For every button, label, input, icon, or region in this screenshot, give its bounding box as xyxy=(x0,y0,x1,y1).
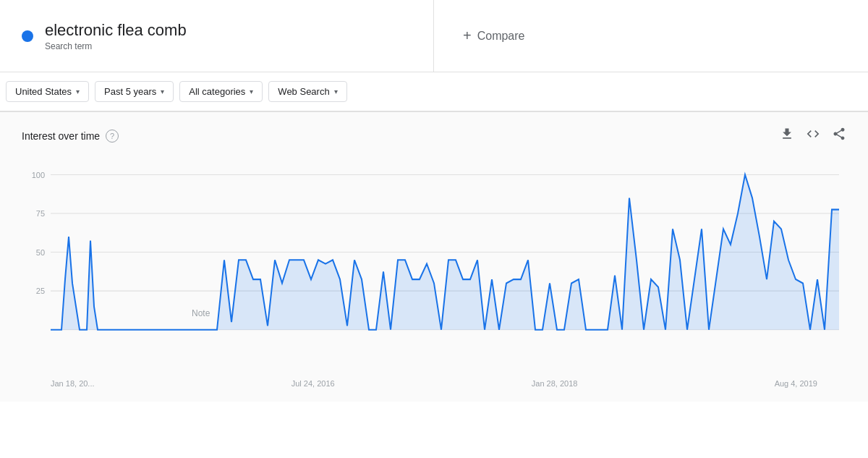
download-button[interactable] xyxy=(780,127,794,145)
svg-text:100: 100 xyxy=(32,170,45,179)
x-label-1: Jul 24, 2016 xyxy=(292,379,335,388)
filters-bar: United States ▾ Past 5 years ▾ All categ… xyxy=(0,72,868,112)
x-label-0: Jan 18, 20... xyxy=(51,379,95,388)
chart-actions xyxy=(780,127,846,145)
category-filter[interactable]: All categories ▾ xyxy=(179,81,263,102)
compare-plus-icon: + xyxy=(463,27,472,44)
embed-button[interactable] xyxy=(806,127,820,145)
search-type-filter[interactable]: Web Search ▾ xyxy=(268,81,346,102)
chart-title: Interest over time xyxy=(22,130,100,142)
region-label: United States xyxy=(15,86,72,97)
search-type-chevron-icon: ▾ xyxy=(334,88,338,96)
time-range-chevron-icon: ▾ xyxy=(161,88,164,96)
search-term-text: electronic flea comb Search term xyxy=(45,21,187,51)
search-dot-indicator xyxy=(22,30,33,42)
help-icon[interactable]: ? xyxy=(106,130,119,143)
x-label-3: Aug 4, 2019 xyxy=(775,379,817,388)
compare-label: Compare xyxy=(477,30,525,43)
search-term-title: electronic flea comb xyxy=(45,21,187,40)
search-type-label: Web Search xyxy=(278,86,329,97)
compare-section[interactable]: + Compare xyxy=(434,0,554,72)
region-chevron-icon: ▾ xyxy=(76,88,80,96)
chart-header: Interest over time ? xyxy=(22,127,846,145)
svg-text:50: 50 xyxy=(36,248,45,257)
search-term-subtitle: Search term xyxy=(45,41,92,51)
category-chevron-icon: ▾ xyxy=(250,88,253,96)
time-range-label: Past 5 years xyxy=(104,86,156,97)
search-term-section: electronic flea comb Search term xyxy=(0,0,434,72)
trend-chart: 100 75 50 25 xyxy=(22,159,846,376)
time-range-filter[interactable]: Past 5 years ▾ xyxy=(95,81,174,102)
share-button[interactable] xyxy=(832,127,846,145)
chart-note: Note xyxy=(192,308,210,318)
x-label-2: Jan 28, 2018 xyxy=(532,379,578,388)
region-filter[interactable]: United States ▾ xyxy=(6,81,89,102)
chart-area: 100 75 50 25 Note xyxy=(22,159,846,376)
chart-title-row: Interest over time ? xyxy=(22,130,119,143)
svg-text:75: 75 xyxy=(36,209,45,218)
header: electronic flea comb Search term + Compa… xyxy=(0,0,868,72)
svg-text:25: 25 xyxy=(36,287,45,295)
chart-section: Interest over time ? 100 xyxy=(0,112,868,402)
x-axis-labels: Jan 18, 20... Jul 24, 2016 Jan 28, 2018 … xyxy=(22,376,846,388)
category-label: All categories xyxy=(189,86,245,97)
